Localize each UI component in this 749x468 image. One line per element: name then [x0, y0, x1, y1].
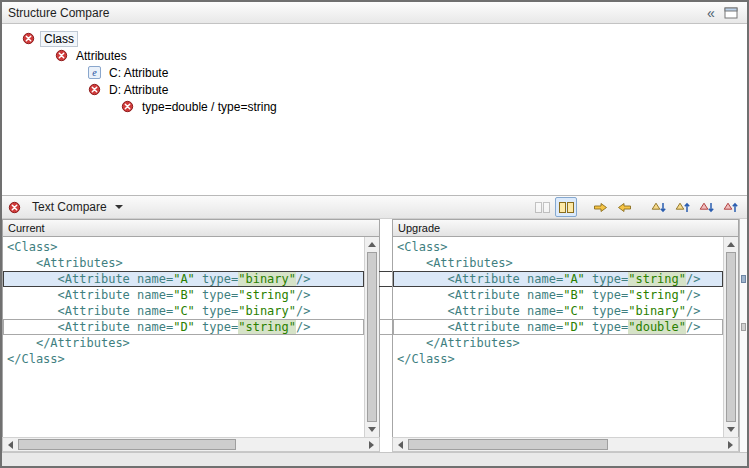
scrollbar-thumb[interactable] [18, 439, 236, 450]
sync-scrolling-icon[interactable] [555, 197, 577, 217]
code-segment: type= [195, 304, 238, 318]
scroll-down-button[interactable] [724, 422, 738, 437]
code-segment [397, 336, 426, 350]
code-segment: /> [686, 304, 700, 318]
tree-item-class[interactable]: Class [2, 30, 747, 47]
code-segment: <Attribute name= [448, 320, 564, 334]
right-pane-title: Upgrade [398, 222, 440, 234]
next-change-icon[interactable] [695, 197, 717, 217]
diff-icon [22, 32, 35, 45]
copy-all-right-to-left-icon[interactable] [613, 197, 635, 217]
copy-all-left-to-right-icon[interactable] [589, 197, 611, 217]
code-segment [7, 304, 58, 318]
code-segment [7, 256, 36, 270]
left-vertical-scrollbar[interactable] [364, 237, 379, 437]
tree-item-attributes[interactable]: Attributes [2, 47, 747, 64]
tree-item-label: D: Attribute [106, 83, 171, 97]
scroll-left-button[interactable] [393, 438, 408, 451]
right-code-area[interactable]: <Class> <Attributes> <Attribute name="A"… [392, 237, 739, 437]
code-segment: <Attribute name= [58, 288, 174, 302]
code-segment: "binary" [238, 304, 296, 318]
text-compare-title: Text Compare [32, 200, 107, 214]
code-line: </Class> [3, 351, 379, 367]
left-pane-header: Current [2, 219, 380, 237]
hide-ancestor-pane-icon[interactable] [531, 197, 553, 217]
code-segment: </Attributes> [426, 336, 520, 350]
code-segment: /> [296, 320, 310, 334]
code-segment [397, 256, 426, 270]
code-segment: "B" [173, 288, 195, 302]
tree-item-type-double-type-string[interactable]: type=double / type=string [2, 98, 747, 115]
changed-text: "string" [238, 320, 296, 334]
text-compare-menu-button[interactable] [113, 203, 125, 211]
code-segment: <Class> [397, 240, 448, 254]
scroll-up-button[interactable] [365, 237, 379, 252]
arrow-down-icon [368, 427, 376, 432]
code-line: </Attributes> [3, 335, 379, 351]
changed-text: "double" [628, 320, 686, 334]
code-line: <Attribute name="D" type="string"/> [3, 319, 379, 335]
code-segment: <Attribute name= [448, 288, 564, 302]
code-segment: type= [195, 288, 238, 302]
next-difference-icon[interactable] [647, 197, 669, 217]
scrollbar-thumb[interactable] [408, 439, 608, 450]
code-segment: "string" [238, 288, 296, 302]
code-segment: "binary" [628, 304, 686, 318]
chevron-down-icon [115, 205, 123, 209]
code-segment: </Attributes> [36, 336, 130, 350]
code-line: <Attribute name="C" type="binary"/> [393, 303, 738, 319]
tree-item-c-attribute[interactable]: eC: Attribute [2, 64, 747, 81]
scrollbar-thumb[interactable] [367, 252, 377, 422]
code-segment: <Class> [7, 240, 58, 254]
scroll-left-button[interactable] [3, 438, 18, 451]
arrow-down-icon [727, 427, 735, 432]
scroll-up-button[interactable] [724, 237, 738, 252]
changed-text: "string" [628, 272, 686, 286]
text-compare-body: Current <Class> <Attributes> <Attribute … [2, 219, 747, 452]
scrollbar-thumb[interactable] [726, 252, 736, 422]
left-horizontal-scrollbar[interactable] [2, 437, 380, 452]
code-segment: "A" [173, 272, 195, 286]
code-line: </Attributes> [393, 335, 738, 351]
code-segment: "C" [563, 304, 585, 318]
code-segment: <Attributes> [36, 256, 123, 270]
left-pane: Current <Class> <Attributes> <Attribute … [2, 219, 380, 452]
bottom-strip [2, 452, 747, 466]
code-segment: "A" [563, 272, 585, 286]
tree-item-label: Class [40, 31, 78, 47]
code-segment: <Attribute name= [58, 272, 174, 286]
code-segment: /> [686, 272, 700, 286]
code-segment: <Attribute name= [448, 272, 564, 286]
panel-menu-icon[interactable] [721, 4, 741, 22]
overview-ruler-mark[interactable] [741, 323, 746, 331]
arrow-up-icon [368, 242, 376, 247]
previous-difference-icon[interactable] [671, 197, 693, 217]
structure-compare-header: Structure Compare « [2, 2, 747, 24]
code-segment: type= [585, 272, 628, 286]
previous-change-icon[interactable] [719, 197, 741, 217]
code-segment [397, 272, 448, 286]
code-line: <Attribute name="C" type="binary"/> [3, 303, 379, 319]
code-segment: </Class> [397, 352, 455, 366]
code-segment: /> [296, 304, 310, 318]
diff-connector-selected [379, 271, 393, 287]
collapse-panel-icon[interactable]: « [701, 4, 721, 22]
right-horizontal-scrollbar[interactable] [392, 437, 739, 452]
code-line: </Class> [393, 351, 738, 367]
scroll-down-button[interactable] [365, 422, 379, 437]
overview-ruler-mark[interactable] [741, 275, 746, 283]
code-segment [397, 304, 448, 318]
code-line: <Attribute name="A" type="string"/> [393, 271, 738, 287]
diff-icon [121, 100, 134, 113]
code-segment: <Attributes> [426, 256, 513, 270]
overview-ruler[interactable] [739, 219, 747, 452]
scroll-right-button[interactable] [723, 438, 738, 451]
left-code-area[interactable]: <Class> <Attributes> <Attribute name="A"… [2, 237, 380, 437]
scroll-right-button[interactable] [364, 438, 379, 451]
code-segment: type= [585, 304, 628, 318]
compare-editor-window: Structure Compare « ClassAttributeseC: A… [0, 0, 749, 468]
right-vertical-scrollbar[interactable] [723, 237, 738, 437]
tree-item-d-attribute[interactable]: D: Attribute [2, 81, 747, 98]
code-segment: <Attribute name= [58, 320, 174, 334]
arrow-right-icon [369, 441, 374, 449]
